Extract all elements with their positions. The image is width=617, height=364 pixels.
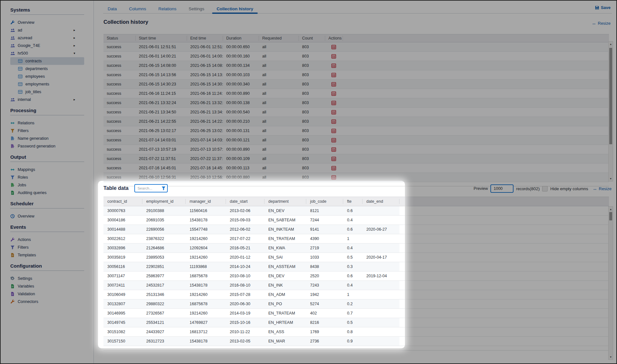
sidebar-item-filters[interactable]: Filters — [10, 127, 84, 135]
column-header-count[interactable]: Count — [299, 36, 325, 41]
preview-count-input[interactable] — [490, 184, 514, 193]
tab-relations[interactable]: Relations — [156, 4, 178, 13]
column-header-employment_id[interactable]: employment_id — [142, 199, 186, 204]
column-header-manager_id[interactable]: manager_id — [186, 199, 226, 204]
column-header-department[interactable]: department — [264, 199, 306, 204]
sidebar-item-list: Overviewad▸azuread▸Google_T4E▸hr500▾cont… — [10, 19, 94, 103]
table-grid-icon[interactable] — [331, 166, 336, 171]
doc-icon — [10, 191, 15, 195]
sidebar-item-validation[interactable]: Validation — [10, 290, 84, 298]
table-cell: 25863977 — [142, 271, 186, 280]
sidebar-section-scheduler: SchedulerOverview — [10, 201, 94, 220]
sidebar-item-jobs[interactable]: Jobs — [10, 181, 84, 189]
column-header-start-time[interactable]: Start time — [136, 36, 187, 41]
sidebar-item-employees[interactable]: employees — [10, 73, 84, 80]
sidebar-item-overview[interactable]: Overview — [10, 19, 84, 26]
sidebar-item-actions[interactable]: Actions — [10, 236, 84, 244]
sidebar-item-password-generation[interactable]: Password generation — [10, 142, 84, 150]
sidebar-item-templates[interactable]: Templates — [10, 251, 84, 259]
table-grid-icon[interactable] — [331, 110, 336, 115]
scrollbar-thumb[interactable] — [609, 48, 612, 144]
collection-history-scrollbar[interactable]: ▲ ▼ — [608, 41, 613, 182]
table-grid-icon[interactable] — [331, 63, 336, 68]
sidebar-item-internal[interactable]: internal▸ — [10, 96, 84, 103]
table-cell: 7243 — [306, 281, 343, 290]
column-header-duration[interactable]: Duration — [223, 36, 259, 41]
filler-cell — [399, 299, 609, 308]
table-cell — [362, 299, 399, 308]
table-cell: 2021-06-21 14:22:55 — [136, 117, 187, 126]
sidebar-item-settings[interactable]: Settings — [10, 275, 84, 282]
tab-columns[interactable]: Columns — [127, 4, 148, 13]
sidebar-item-overview[interactable]: Overview — [10, 212, 84, 220]
tab-collection-history[interactable]: Collection history — [215, 4, 255, 13]
sidebar-item-azuread[interactable]: azuread▸ — [10, 34, 84, 42]
column-header-job_code[interactable]: job_code — [306, 199, 343, 204]
table-grid-icon[interactable] — [331, 45, 336, 49]
table-cell: 803 — [299, 164, 325, 173]
table-cell: 2020-04-17 — [362, 253, 399, 262]
table-data-resize-button[interactable]: ↔ Resize — [593, 186, 612, 191]
collection-history-row: success2021-07-13 10:57:192021-07-13 10:… — [103, 145, 609, 154]
column-header-date_start[interactable]: date_start — [226, 199, 264, 204]
table-grid-icon[interactable] — [331, 147, 336, 152]
table-data-row: 3001448822690056155477482012-06-02EN_INK… — [103, 225, 609, 234]
sidebar-item-hr500[interactable]: hr500▾ — [10, 49, 84, 57]
sidebar-item-relations[interactable]: Relations — [10, 119, 84, 127]
column-header-requested[interactable]: Requested — [259, 36, 299, 41]
filter-funnel-icon[interactable] — [161, 186, 166, 191]
users-icon — [10, 36, 15, 40]
table-grid-icon[interactable] — [331, 138, 336, 143]
sidebar-item-name-generation[interactable]: Name generation — [10, 135, 84, 142]
actions-cell — [325, 98, 343, 107]
table-grid-icon[interactable] — [331, 54, 336, 59]
sidebar-item-contracts[interactable]: contracts — [10, 57, 84, 65]
tab-settings[interactable]: Settings — [187, 4, 206, 13]
save-button[interactable]: Save — [595, 5, 611, 10]
column-header-end-time[interactable]: End time — [187, 36, 223, 41]
table-grid-icon[interactable] — [331, 129, 336, 133]
sidebar-item-connectors[interactable]: Connectors — [10, 298, 84, 306]
filler-cell — [343, 145, 609, 154]
sidebar-item-filters[interactable]: Filters — [10, 244, 84, 251]
table-cell: 00:00:00.210 — [223, 117, 259, 126]
table-cell: 19214260 — [186, 290, 226, 299]
table-grid-icon[interactable] — [331, 119, 336, 124]
table-data-scrollbar[interactable]: ▲ ▼ — [608, 206, 613, 360]
column-header-contract_id[interactable]: contract_id — [103, 199, 142, 204]
table-grid-icon[interactable] — [331, 91, 336, 96]
table-cell — [362, 327, 399, 336]
scrollbar-thumb[interactable] — [609, 212, 612, 220]
table-grid-icon[interactable] — [331, 156, 336, 161]
table-grid-icon[interactable] — [331, 101, 336, 105]
column-header-fte[interactable]: fte — [343, 199, 362, 204]
sidebar-item-label: Actions — [18, 237, 31, 242]
sidebar-item-variables[interactable]: Variables — [10, 282, 84, 290]
filler-cell — [343, 70, 609, 79]
table-grid-icon[interactable] — [331, 175, 336, 180]
table-cell: all — [259, 61, 299, 70]
scroll-down-arrow[interactable]: ▼ — [609, 355, 613, 359]
sidebar-item-job-titles[interactable]: job_titles — [10, 88, 84, 96]
sidebar-item-employments[interactable]: employments — [10, 80, 84, 88]
collection-history-resize-button[interactable]: ↔ Resize — [592, 21, 611, 26]
table-cell: 803 — [299, 173, 325, 182]
column-header-date_end[interactable]: date_end — [362, 199, 399, 204]
table-grid-icon[interactable] — [331, 82, 336, 87]
scroll-down-arrow[interactable]: ▼ — [609, 176, 613, 181]
column-header-actions[interactable]: Actions — [325, 36, 343, 41]
table-grid-icon[interactable] — [331, 73, 336, 77]
scroll-up-arrow[interactable]: ▲ — [609, 207, 613, 211]
column-header-status[interactable]: Status — [103, 36, 136, 41]
tab-data[interactable]: Data — [106, 4, 119, 13]
sidebar-item-google-t4e[interactable]: Google_T4E▸ — [10, 42, 84, 49]
sidebar-item-ad[interactable]: ad▸ — [10, 26, 84, 34]
sidebar-item-mappings[interactable]: Mappings — [10, 166, 84, 173]
table-cell: 00:00:00.109 — [223, 154, 259, 163]
scroll-up-arrow[interactable]: ▲ — [609, 42, 613, 46]
table-data-row: 3007241124532817154381782016-08-10EN_INK… — [103, 281, 609, 290]
sidebar-item-auditing-queries[interactable]: Auditing queries — [10, 189, 84, 197]
sidebar-item-departments[interactable]: departments — [10, 65, 84, 73]
sidebar-item-roles[interactable]: Roles — [10, 173, 84, 181]
hide-empty-columns-checkbox[interactable] — [542, 186, 548, 191]
